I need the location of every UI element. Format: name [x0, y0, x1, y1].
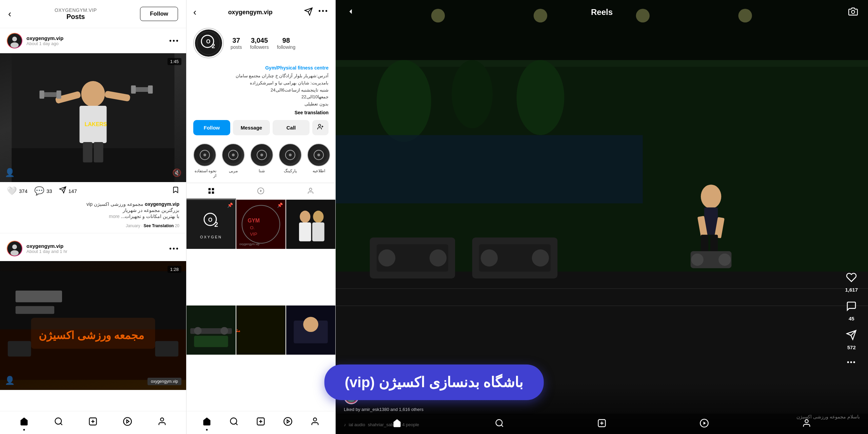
svg-point-116 [691, 254, 704, 266]
grid-item-3[interactable] [286, 200, 335, 249]
tab-grid[interactable] [186, 183, 236, 199]
avatar[interactable] [7, 33, 22, 48]
profile-avatar[interactable]: O 2 [193, 28, 224, 58]
bottom-nav-1 [0, 411, 186, 434]
svg-point-49 [260, 154, 263, 156]
follow-button-profile[interactable]: Follow [193, 120, 230, 135]
reel-share-button[interactable]: 572 [846, 330, 857, 350]
reels-camera-icon[interactable] [848, 7, 858, 18]
avatar-2[interactable] [7, 241, 22, 256]
reel-like-button[interactable]: 1,617 [845, 272, 858, 293]
comment-icon: 💬 [34, 186, 44, 196]
svg-rect-77 [312, 222, 324, 241]
nav-home-1[interactable] [19, 417, 29, 429]
nav-home-2[interactable] [202, 417, 212, 429]
see-translation-profile[interactable]: See translation [193, 110, 329, 115]
svg-point-52 [289, 154, 292, 156]
reel-comment-button[interactable]: 45 [846, 301, 857, 321]
svg-point-88 [230, 418, 237, 425]
profile-back-button[interactable]: ‹ [193, 7, 196, 18]
call-button[interactable]: Call [273, 120, 310, 135]
svg-point-5 [81, 81, 105, 107]
highlight-item-2[interactable]: مربی [222, 143, 245, 178]
svg-rect-56 [209, 188, 211, 190]
highlight-item-5[interactable]: اطلاعیه [307, 143, 330, 178]
nav-reels-3[interactable] [699, 418, 709, 429]
gym-image-svg: LAKERS [0, 53, 186, 182]
svg-point-81 [194, 327, 201, 335]
comment-count: 33 [46, 188, 52, 194]
back-button[interactable]: ‹ [8, 8, 11, 19]
nav-reels-1[interactable] [123, 417, 132, 429]
nav-add-3[interactable] [597, 418, 607, 429]
nav-profile-1[interactable] [157, 417, 167, 429]
more-link[interactable]: more [109, 214, 120, 219]
post-image: LAKERS 1:45 👤 🔇 [0, 53, 186, 182]
like-button[interactable]: 🤍 374 [7, 186, 27, 196]
stat-posts[interactable]: 37 posts [231, 37, 242, 50]
more-options-icon[interactable]: ••• [318, 7, 329, 17]
comment-button[interactable]: 💬 33 [34, 186, 52, 196]
reels-back-button[interactable] [346, 7, 355, 18]
svg-rect-59 [212, 192, 214, 194]
nav-add-1[interactable] [88, 417, 98, 429]
posts-label: posts [231, 44, 242, 50]
highlight-label-2: مربی [229, 169, 238, 173]
gym-sign-svg: مجمعه ورزشی اکسیژن [0, 261, 186, 390]
svg-point-122 [851, 11, 854, 14]
svg-marker-32 [127, 420, 129, 423]
svg-rect-10 [40, 91, 44, 99]
grid-item-4[interactable] [186, 305, 236, 355]
bottom-nav-3 [336, 414, 868, 434]
message-button[interactable]: Message [233, 120, 270, 135]
svg-point-82 [220, 327, 228, 335]
highlight-item-1[interactable]: نحوه استفاده از [193, 143, 216, 178]
post-item: oxygengym.vip About 1 day ago ••• [0, 28, 186, 233]
grid-item-5[interactable]: مثل اینجا در مکه [236, 305, 285, 355]
svg-point-29 [55, 418, 61, 425]
post-header-2: oxygengym.vip About 1 day and 1 hr ••• [0, 236, 186, 261]
nav-search-3[interactable] [495, 418, 504, 429]
svg-point-92 [313, 418, 316, 421]
nav-reels-2[interactable] [283, 417, 293, 429]
svg-rect-57 [212, 188, 214, 190]
send-icon[interactable] [304, 7, 313, 17]
share-button[interactable]: 147 [59, 186, 77, 196]
nav-home-3[interactable] [392, 418, 402, 429]
highlight-item-4[interactable]: پارکینگ [279, 143, 302, 178]
grid-item-2[interactable]: GYM O. VIP oxygengym.vip 📌 [236, 200, 285, 249]
svg-rect-83 [236, 305, 285, 355]
more-options-button[interactable]: ••• [169, 37, 179, 45]
more-options-button-2[interactable]: ••• [169, 245, 179, 253]
highlight-item-3[interactable]: شنا [250, 143, 273, 178]
svg-rect-58 [209, 192, 211, 194]
svg-point-87 [303, 317, 318, 332]
posts-top-bar: ‹ OXYGENGYM.VIP Posts Follow [0, 0, 186, 28]
see-translation-link[interactable]: See Translation [144, 223, 174, 228]
pin-icon-1: 📌 [227, 202, 233, 208]
svg-point-20 [11, 250, 19, 256]
svg-point-103 [378, 250, 395, 267]
post-header-left-2: oxygengym.vip About 1 day and 1 hr [7, 241, 67, 256]
tab-reels[interactable] [236, 183, 285, 199]
nav-add-2[interactable] [256, 417, 265, 429]
reels-title: Reels [591, 7, 613, 17]
bookmark-button[interactable] [172, 186, 179, 196]
nav-profile-2[interactable] [310, 417, 320, 429]
nav-search-1[interactable] [54, 417, 63, 429]
nav-search-2[interactable] [229, 417, 239, 429]
post-user-info-2: oxygengym.vip About 1 day and 1 hr [26, 243, 67, 254]
tab-tagged[interactable] [286, 183, 335, 199]
svg-point-62 [309, 188, 312, 191]
reel-more-button[interactable]: ••• [847, 358, 856, 366]
grid-item-6[interactable] [286, 305, 335, 355]
nav-profile-3[interactable] [802, 418, 811, 429]
stat-followers[interactable]: 3,045 followers [250, 37, 269, 50]
post-image-2: مجمعه ورزشی اکسیژن 1:28 👤 oxygengym.vip [0, 261, 186, 390]
add-person-button[interactable] [312, 120, 329, 135]
grid-item-logo[interactable]: O 2 OXYGEN 📌 [186, 200, 236, 249]
svg-rect-99 [336, 135, 643, 203]
stat-following[interactable]: 98 following [277, 37, 295, 50]
posts-list: oxygengym.vip About 1 day ago ••• [0, 28, 186, 411]
follow-button-top[interactable]: Follow [140, 7, 178, 21]
